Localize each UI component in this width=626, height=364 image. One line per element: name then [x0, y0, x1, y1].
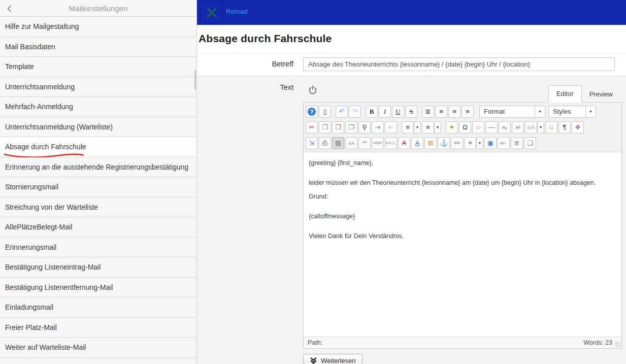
sidebar-item[interactable]: Mehrfach-Anmeldung	[0, 97, 196, 117]
special-char-icon[interactable]: Ω	[459, 121, 471, 134]
sidebar-item-label: Unterrichtsanmeldung (Warteliste)	[5, 123, 113, 131]
title-area: Absage durch Fahrschule	[197, 25, 626, 53]
font-colors-icon[interactable]: AA	[345, 137, 357, 149]
unlink-icon[interactable]: ⚯	[451, 137, 463, 149]
del-icon[interactable]: A	[398, 137, 410, 149]
editor-content[interactable]: {greeting} {first_name},leider müssen wi…	[304, 152, 621, 337]
template-icon[interactable]: ❖	[572, 121, 584, 134]
sidebar-scrollbar[interactable]	[194, 70, 196, 89]
sidebar-item-label: Absage durch Fahrschule	[5, 143, 86, 151]
sidebar-item[interactable]: Erinnerung an die ausstehende Registrier…	[0, 157, 196, 178]
remove-format-icon[interactable]: ▱	[472, 121, 484, 134]
anchor-icon[interactable]: ⚓	[438, 137, 450, 149]
sidebar-item[interactable]: Freier Platz-Mail	[0, 318, 196, 338]
outdent-icon[interactable]: ⇤	[385, 121, 397, 134]
app: Maileinstellungen Hilfe zur Mailgestaltu…	[0, 0, 626, 364]
editor-column: Editor Preview ?▯↶↷BIUS≣≡≡≡Format▼Styles…	[303, 76, 622, 364]
fullscreen-icon[interactable]: ⇲	[306, 137, 318, 149]
sidebar-item[interactable]: Bestätigung Listenentfernung-Mail	[0, 278, 196, 298]
reload-link[interactable]: Reload	[226, 8, 248, 15]
styles-select[interactable]: Styles▼	[548, 106, 596, 118]
acronym-icon[interactable]: A.B.C.	[385, 137, 397, 149]
numbered-list-icon[interactable]: ≡	[402, 121, 414, 134]
editor-tabs: Editor Preview	[548, 85, 620, 103]
sidebar-item[interactable]: Unterrichtsanmeldung (Warteliste)	[0, 117, 196, 138]
sidebar-item[interactable]: AllePlätzeBelegt-Mail	[0, 217, 196, 238]
underline-icon[interactable]: U	[392, 106, 404, 118]
sidebar-item-label: Hilfe zur Mailgestaltung	[5, 22, 79, 30]
sidebar-item[interactable]: Unterrichtsanmeldung	[0, 77, 196, 97]
editor-statusbar: Path: Words: 23	[304, 337, 621, 348]
cleanup-icon[interactable]: ✦	[446, 121, 458, 134]
copy-icon[interactable]: ❐	[319, 121, 331, 134]
undo-icon[interactable]: ↶	[336, 106, 348, 118]
superscript-icon[interactable]: A²	[512, 121, 524, 134]
subscript-icon[interactable]: A₂	[499, 121, 511, 134]
tab-editor[interactable]: Editor	[548, 85, 582, 103]
sidebar-item-label: Mail Basisdaten	[5, 43, 55, 51]
paragraph-icon[interactable]: ¶	[558, 121, 571, 134]
numbered-list-caret[interactable]: ▼	[414, 121, 421, 134]
style-props-icon[interactable]: aA	[525, 121, 537, 134]
sidebar-item[interactable]: Absage durch Fahrschule	[0, 137, 196, 157]
find-icon[interactable]: ⚲	[358, 121, 371, 134]
indent-icon[interactable]: ⇥	[372, 121, 384, 134]
paste-as-text-icon[interactable]: ❒	[345, 121, 357, 134]
subject-input[interactable]	[303, 57, 615, 71]
sidebar-item-label: Bestätigung Listenentfernung-Mail	[5, 283, 113, 291]
redo-icon[interactable]: ↷	[349, 106, 361, 118]
sidebar-item[interactable]: Bestätigung Listeneintrag-Mail	[0, 257, 196, 278]
power-icon[interactable]	[308, 85, 317, 94]
link-caret[interactable]: ▼	[476, 137, 483, 149]
double-chevron-down-icon	[310, 357, 317, 364]
italic-icon[interactable]: I	[379, 106, 391, 118]
print-icon[interactable]: ⎙	[319, 137, 331, 149]
help-icon[interactable]: ?	[306, 106, 318, 118]
paste-icon[interactable]: ❒	[332, 121, 344, 134]
bold-icon[interactable]: B	[366, 106, 378, 118]
emotions-icon[interactable]: ☺	[545, 121, 557, 134]
table-icon[interactable]: ▦	[332, 137, 344, 149]
link-icon[interactable]: ⚭	[464, 137, 476, 149]
bullet-list-icon[interactable]: ≡	[422, 121, 434, 134]
spellcheck-icon[interactable]: ab✓	[498, 137, 510, 149]
text-label: Text	[197, 76, 293, 364]
sidebar-item[interactable]: Einladungsmail	[0, 297, 196, 318]
sidebar-item[interactable]: Mail Basisdaten	[0, 37, 196, 57]
justify-left-icon[interactable]: ≡	[448, 106, 460, 118]
sidebar-item[interactable]: Weiter auf Warteliste-Mail	[0, 338, 196, 358]
close-button[interactable]	[200, 1, 223, 24]
format-select[interactable]: Format▼	[479, 106, 545, 118]
image-icon[interactable]: ▣	[484, 137, 497, 149]
subject-label: Betreff	[197, 57, 293, 71]
sidebar-item[interactable]: Template	[0, 57, 196, 77]
justify-right-icon[interactable]: ≡	[462, 106, 474, 118]
style-props-caret[interactable]: ▼	[537, 121, 544, 134]
text-row: Text Editor Preview ?▯↶↷BIUS≣≡	[197, 76, 626, 364]
sidebar-item[interactable]: Stornierungsmail	[0, 177, 196, 197]
bullet-list-caret[interactable]: ▼	[434, 121, 441, 134]
blockquote-icon[interactable]: ❝❞	[358, 137, 371, 149]
justify-full-icon[interactable]: ≣	[422, 106, 434, 118]
subject-row: Betreff	[197, 53, 626, 76]
sidebar-item[interactable]: Erinnerungsmail	[0, 238, 196, 258]
strikethrough-icon[interactable]: S	[405, 106, 417, 118]
read-more-button[interactable]: Weiterlesen	[303, 354, 363, 364]
sidebar-item[interactable]: Hilfe zur Mailgestaltung	[0, 17, 196, 37]
insert-layer-icon[interactable]: ❏	[524, 137, 536, 149]
sidebar-item-label: Weiter auf Warteliste-Mail	[5, 343, 86, 351]
cite-icon[interactable]: ABBR	[372, 137, 384, 149]
advanced-hr-icon[interactable]: ≣	[511, 137, 523, 149]
cut-icon[interactable]: ✂	[306, 121, 318, 134]
sidebar-item-label: Erinnerung an die ausstehende Registrier…	[5, 163, 188, 171]
justify-center-icon[interactable]: ≡	[435, 106, 447, 118]
new-document-icon[interactable]: ▯	[319, 106, 331, 118]
horizontal-rule-icon[interactable]: —	[485, 121, 498, 134]
ins-icon[interactable]: A	[411, 137, 423, 149]
insert-date-icon[interactable]: ⊞	[424, 137, 437, 149]
back-icon[interactable]	[5, 4, 14, 13]
sidebar-item[interactable]: Streichung von der Warteliste	[0, 197, 196, 218]
sidebar-item-label: Einladungsmail	[5, 303, 53, 311]
resize-grip-icon[interactable]	[615, 342, 620, 347]
tab-preview[interactable]: Preview	[582, 86, 620, 103]
